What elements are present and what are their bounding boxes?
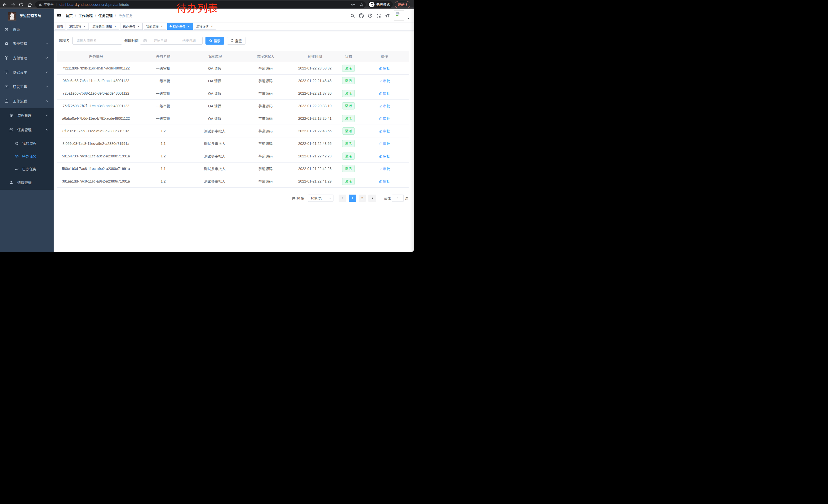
edit-icon xyxy=(378,154,382,158)
approve-link[interactable]: 审批 xyxy=(378,116,390,121)
menu-item-user[interactable]: 请假查询 xyxy=(0,175,54,190)
annotation-todo-list: 待办列表 xyxy=(176,2,218,13)
cell-task-name: 一级审批 xyxy=(135,62,191,74)
approve-link[interactable]: 审批 xyxy=(378,179,390,184)
user-icon xyxy=(9,180,13,185)
tag-item[interactable]: 流程表单-编辑× xyxy=(90,23,119,30)
reset-button[interactable]: 重置 xyxy=(227,37,245,45)
cell-actions: 审批 xyxy=(360,162,409,175)
table-header-row: 任务编号任务名称所属流程流程发起人创建时间状态操作 xyxy=(57,51,409,62)
status-badge: 激活 xyxy=(342,165,355,172)
pagination-total: 共 16 条 xyxy=(292,196,304,200)
page-url: dashboard.yudao.iocoder.cn/bpm/task/todo xyxy=(59,3,129,7)
tag-close-icon[interactable]: × xyxy=(83,25,86,28)
tag-close-icon[interactable]: × xyxy=(137,25,140,28)
next-page-button[interactable] xyxy=(368,194,376,202)
browser-update-button[interactable]: 更新 xyxy=(395,1,410,8)
user-avatar[interactable] xyxy=(394,10,404,21)
sidebar-logo[interactable]: 芋道管理系统 xyxy=(0,9,54,22)
cell-status: 激活 xyxy=(337,112,360,125)
approve-link[interactable]: 审批 xyxy=(378,103,390,108)
approve-link[interactable]: 审批 xyxy=(378,91,390,96)
browser-home-button[interactable] xyxy=(27,0,32,9)
table-row: 8f0d1619-7ac8-11ec-a9e2-a2380e71991a1.2测… xyxy=(57,125,409,137)
cell-status: 激活 xyxy=(337,74,360,87)
tag-item[interactable]: 首页 xyxy=(55,23,66,30)
menu-item-gear[interactable]: 系统管理 xyxy=(0,36,54,51)
menu-item-face[interactable]: 我的流程 xyxy=(0,137,54,150)
screen: 不安全 dashboard.yudao.iocoder.cn/bpm/task/… xyxy=(0,0,414,252)
browser-back-button[interactable] xyxy=(2,0,7,9)
status-badge: 激活 xyxy=(342,102,355,109)
jump-page-input[interactable] xyxy=(392,194,404,202)
tag-close-icon[interactable]: × xyxy=(113,25,117,28)
tag-close-icon[interactable]: × xyxy=(210,25,214,28)
cell-task-id: 58154733-7ac8-11ec-a9e2-a2380e71991a xyxy=(57,150,135,162)
menu-item-tree[interactable]: 流程管理 xyxy=(0,108,54,123)
browser-reload-button[interactable] xyxy=(19,0,23,9)
breadcrumb-item[interactable]: 任务管理 xyxy=(98,13,113,18)
approve-link[interactable]: 审批 xyxy=(378,166,390,171)
cell-create-time: 2022-01-22 21:48:48 xyxy=(293,74,337,87)
password-key-icon[interactable] xyxy=(351,1,356,8)
tag-item[interactable]: 我的流程× xyxy=(144,23,166,30)
page-number-1[interactable]: 1 xyxy=(349,194,356,202)
menu-item-yen[interactable]: 支付管理 xyxy=(0,51,54,65)
status-badge: 激活 xyxy=(342,152,355,160)
cell-task-name: 1.2 xyxy=(135,175,191,187)
user-menu-caret-icon[interactable] xyxy=(407,9,410,22)
breadcrumb-separator: / xyxy=(95,13,96,18)
menu-item-eye-closed[interactable]: 已办任务 xyxy=(0,163,54,175)
briefcase-icon xyxy=(4,99,8,103)
tag-item[interactable]: 流程详情× xyxy=(194,23,216,30)
column-header: 任务名称 xyxy=(135,51,191,62)
tag-item[interactable]: 已办任务× xyxy=(121,23,142,30)
fullscreen-icon[interactable] xyxy=(374,9,383,22)
prev-page-button[interactable] xyxy=(339,194,346,202)
cell-process: 测试多审批人 xyxy=(191,150,238,162)
approve-link[interactable]: 审批 xyxy=(378,141,390,146)
approve-link[interactable]: 审批 xyxy=(378,129,390,134)
cell-status: 激活 xyxy=(337,87,360,99)
cell-starter: 芋道源码 xyxy=(238,74,293,87)
search-button[interactable]: 搜索 xyxy=(205,37,224,45)
github-icon[interactable] xyxy=(357,9,366,22)
menu-item-eye-open[interactable]: 待办任务 xyxy=(0,150,54,163)
page-size-select[interactable]: 10条/页 xyxy=(308,194,333,202)
approve-link[interactable]: 审批 xyxy=(378,65,390,71)
menu-item-flow[interactable]: 任务管理 xyxy=(0,123,54,137)
bookmark-star-icon[interactable] xyxy=(359,1,364,8)
breadcrumb-separator: / xyxy=(75,13,76,18)
process-name-field[interactable] xyxy=(73,37,122,44)
security-indicator[interactable]: 不安全 xyxy=(38,2,54,7)
hamburger-toggle[interactable] xyxy=(57,13,61,18)
breadcrumb-item[interactable]: 首页 xyxy=(66,13,73,18)
end-date-placeholder[interactable]: 结束日期 xyxy=(176,38,202,43)
menu-item-briefcase[interactable]: 研发工具 xyxy=(0,80,54,94)
breadcrumb-item[interactable]: 工作流程 xyxy=(78,13,93,18)
cell-task-id: 8f059c03-7ac8-11ec-a9e2-a2380e71991a xyxy=(57,137,135,150)
cell-task-id: 069c6a63-7b8a-11ec-8ef0-acde48001122 xyxy=(57,74,135,87)
tag-close-icon[interactable]: × xyxy=(160,25,164,28)
page-number-2[interactable]: 2 xyxy=(359,194,366,202)
menu-item-monitor[interactable]: 基础设施 xyxy=(0,65,54,80)
date-range-picker[interactable]: 开始日期 - 结束日期 xyxy=(140,37,203,45)
menu-item-briefcase[interactable]: 工作流程 xyxy=(0,94,54,108)
approve-link[interactable]: 审批 xyxy=(378,78,390,83)
cell-process: 测试多审批人 xyxy=(191,137,238,150)
cell-task-name: 1.1 xyxy=(135,162,191,175)
font-size-icon[interactable] xyxy=(383,9,392,22)
header-search-icon[interactable] xyxy=(348,9,357,22)
browser-menu-icon[interactable] xyxy=(406,3,407,6)
edit-icon xyxy=(378,79,382,83)
process-name-input[interactable] xyxy=(72,37,122,45)
cell-starter: 芋道源码 xyxy=(238,150,293,162)
tag-close-icon[interactable]: × xyxy=(187,25,190,28)
tag-item[interactable]: 发起流程× xyxy=(67,23,89,30)
start-date-placeholder[interactable]: 开始日期 xyxy=(147,38,174,43)
browser-forward-button[interactable] xyxy=(11,0,16,9)
tag-active[interactable]: 待办任务× xyxy=(167,23,193,30)
menu-item-dashboard[interactable]: 首页 xyxy=(0,22,54,36)
help-icon[interactable] xyxy=(366,9,374,22)
approve-link[interactable]: 审批 xyxy=(378,153,390,159)
